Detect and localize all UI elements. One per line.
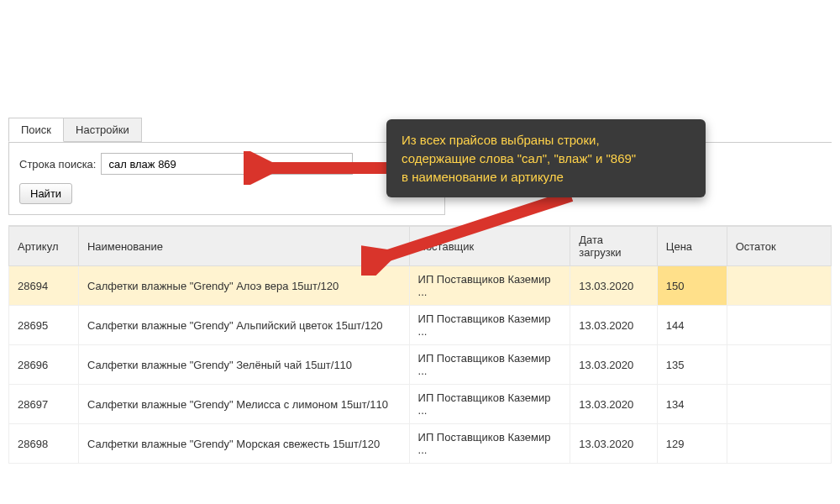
cell-price: 129 bbox=[657, 424, 727, 464]
cell-price: 134 bbox=[657, 385, 727, 424]
cell-article: 28695 bbox=[9, 306, 79, 345]
cell-date: 13.03.2020 bbox=[570, 424, 658, 464]
cell-stock bbox=[727, 424, 831, 464]
svg-line-1 bbox=[378, 196, 571, 259]
col-article[interactable]: Артикул bbox=[9, 227, 79, 266]
cell-price: 150 bbox=[657, 266, 727, 306]
tab-search[interactable]: Поиск bbox=[8, 118, 64, 142]
cell-date: 13.03.2020 bbox=[570, 345, 658, 385]
table-row[interactable]: 28697Салфетки влажные "Grendy" Мелисса с… bbox=[9, 385, 832, 424]
cell-supplier: ИП Поставщиков Каземир ... bbox=[409, 385, 570, 424]
callout-line: Из всех прайсов выбраны строки, bbox=[402, 131, 690, 150]
cell-name: Салфетки влажные "Grendy" Алоэ вера 15шт… bbox=[78, 266, 409, 306]
cell-supplier: ИП Поставщиков Каземир ... bbox=[409, 424, 570, 464]
cell-date: 13.03.2020 bbox=[570, 385, 658, 424]
table-row[interactable]: 28695Салфетки влажные "Grendy" Альпийски… bbox=[9, 306, 832, 345]
tab-settings[interactable]: Настройки bbox=[63, 118, 142, 142]
cell-price: 144 bbox=[657, 306, 727, 345]
cell-name: Салфетки влажные "Grendy" Морская свежес… bbox=[78, 424, 409, 464]
callout-line: в наименование и артикуле bbox=[402, 168, 690, 186]
col-price[interactable]: Цена bbox=[657, 227, 727, 266]
cell-name: Салфетки влажные "Grendy" Альпийский цве… bbox=[78, 306, 409, 345]
cell-article: 28697 bbox=[9, 385, 79, 424]
table-row[interactable]: 28696Салфетки влажные "Grendy" Зелёный ч… bbox=[9, 345, 832, 385]
col-date[interactable]: Дата загрузки bbox=[570, 227, 658, 266]
cell-name: Салфетки влажные "Grendy" Мелисса с лимо… bbox=[78, 385, 409, 424]
cell-article: 28696 bbox=[9, 345, 79, 385]
cell-date: 13.03.2020 bbox=[570, 266, 658, 306]
cell-article: 28694 bbox=[9, 266, 79, 306]
cell-supplier: ИП Поставщиков Каземир ... bbox=[409, 306, 570, 345]
cell-stock bbox=[727, 306, 831, 345]
cell-price: 135 bbox=[657, 345, 727, 385]
annotation-arrow-icon bbox=[244, 151, 395, 185]
search-label: Строка поиска: bbox=[19, 158, 96, 171]
callout-line: содержащие слова "сал", "влаж" и "869" bbox=[402, 150, 690, 168]
cell-name: Салфетки влажные "Grendy" Зелёный чай 15… bbox=[78, 345, 409, 385]
annotation-callout: Из всех прайсов выбраны строки, содержащ… bbox=[386, 119, 706, 197]
col-stock[interactable]: Остаток bbox=[727, 227, 831, 266]
col-name[interactable]: Наименование bbox=[78, 227, 409, 266]
cell-supplier: ИП Поставщиков Каземир ... bbox=[409, 345, 570, 385]
cell-stock bbox=[727, 385, 831, 424]
cell-stock bbox=[727, 266, 831, 306]
table-row[interactable]: 28698Салфетки влажные "Grendy" Морская с… bbox=[9, 424, 832, 464]
cell-date: 13.03.2020 bbox=[570, 306, 658, 345]
cell-article: 28698 bbox=[9, 424, 79, 464]
annotation-arrow-icon bbox=[361, 192, 580, 276]
find-button[interactable]: Найти bbox=[19, 183, 72, 204]
cell-stock bbox=[727, 345, 831, 385]
